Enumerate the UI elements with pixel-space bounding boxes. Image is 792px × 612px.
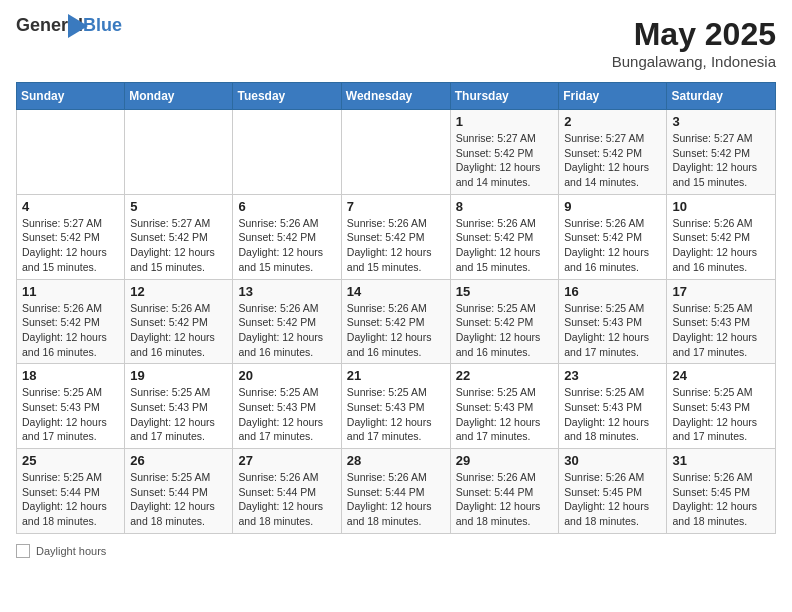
day-info: Sunrise: 5:26 AMSunset: 5:42 PMDaylight:…: [456, 216, 554, 275]
calendar-cell: 14Sunrise: 5:26 AMSunset: 5:42 PMDayligh…: [341, 279, 450, 364]
day-info: Sunrise: 5:27 AMSunset: 5:42 PMDaylight:…: [564, 131, 661, 190]
day-number: 13: [238, 284, 335, 299]
calendar-table: SundayMondayTuesdayWednesdayThursdayFrid…: [16, 82, 776, 534]
weekday-friday: Friday: [559, 83, 667, 110]
weekday-wednesday: Wednesday: [341, 83, 450, 110]
calendar-cell: 18Sunrise: 5:25 AMSunset: 5:43 PMDayligh…: [17, 364, 125, 449]
calendar-body: 1Sunrise: 5:27 AMSunset: 5:42 PMDaylight…: [17, 110, 776, 534]
day-number: 3: [672, 114, 770, 129]
day-info: Sunrise: 5:26 AMSunset: 5:42 PMDaylight:…: [238, 216, 335, 275]
calendar-cell: 8Sunrise: 5:26 AMSunset: 5:42 PMDaylight…: [450, 194, 559, 279]
calendar-cell: 13Sunrise: 5:26 AMSunset: 5:42 PMDayligh…: [233, 279, 341, 364]
calendar-cell: 1Sunrise: 5:27 AMSunset: 5:42 PMDaylight…: [450, 110, 559, 195]
day-number: 7: [347, 199, 445, 214]
calendar-week-1: 1Sunrise: 5:27 AMSunset: 5:42 PMDaylight…: [17, 110, 776, 195]
weekday-thursday: Thursday: [450, 83, 559, 110]
title-block: May 2025 Bungalawang, Indonesia: [612, 16, 776, 70]
calendar-cell: 28Sunrise: 5:26 AMSunset: 5:44 PMDayligh…: [341, 449, 450, 534]
day-info: Sunrise: 5:25 AMSunset: 5:43 PMDaylight:…: [672, 385, 770, 444]
day-number: 21: [347, 368, 445, 383]
day-number: 29: [456, 453, 554, 468]
calendar-cell: [125, 110, 233, 195]
calendar-cell: 12Sunrise: 5:26 AMSunset: 5:42 PMDayligh…: [125, 279, 233, 364]
day-info: Sunrise: 5:25 AMSunset: 5:43 PMDaylight:…: [347, 385, 445, 444]
day-number: 14: [347, 284, 445, 299]
weekday-monday: Monday: [125, 83, 233, 110]
day-number: 18: [22, 368, 119, 383]
day-info: Sunrise: 5:25 AMSunset: 5:43 PMDaylight:…: [564, 385, 661, 444]
calendar-header: SundayMondayTuesdayWednesdayThursdayFrid…: [17, 83, 776, 110]
day-info: Sunrise: 5:25 AMSunset: 5:44 PMDaylight:…: [130, 470, 227, 529]
day-number: 17: [672, 284, 770, 299]
day-info: Sunrise: 5:25 AMSunset: 5:42 PMDaylight:…: [456, 301, 554, 360]
day-info: Sunrise: 5:25 AMSunset: 5:43 PMDaylight:…: [456, 385, 554, 444]
calendar-week-2: 4Sunrise: 5:27 AMSunset: 5:42 PMDaylight…: [17, 194, 776, 279]
day-number: 16: [564, 284, 661, 299]
page-title: May 2025: [612, 16, 776, 53]
calendar-cell: 27Sunrise: 5:26 AMSunset: 5:44 PMDayligh…: [233, 449, 341, 534]
day-info: Sunrise: 5:25 AMSunset: 5:44 PMDaylight:…: [22, 470, 119, 529]
day-info: Sunrise: 5:26 AMSunset: 5:44 PMDaylight:…: [456, 470, 554, 529]
day-info: Sunrise: 5:26 AMSunset: 5:42 PMDaylight:…: [347, 216, 445, 275]
day-number: 2: [564, 114, 661, 129]
day-info: Sunrise: 5:26 AMSunset: 5:45 PMDaylight:…: [672, 470, 770, 529]
svg-marker-0: [68, 14, 88, 38]
calendar-cell: 17Sunrise: 5:25 AMSunset: 5:43 PMDayligh…: [667, 279, 776, 364]
calendar-cell: [233, 110, 341, 195]
footer: Daylight hours: [16, 544, 776, 558]
day-info: Sunrise: 5:26 AMSunset: 5:45 PMDaylight:…: [564, 470, 661, 529]
weekday-row: SundayMondayTuesdayWednesdayThursdayFrid…: [17, 83, 776, 110]
day-info: Sunrise: 5:25 AMSunset: 5:43 PMDaylight:…: [130, 385, 227, 444]
calendar-cell: [17, 110, 125, 195]
day-number: 12: [130, 284, 227, 299]
day-number: 23: [564, 368, 661, 383]
day-info: Sunrise: 5:25 AMSunset: 5:43 PMDaylight:…: [238, 385, 335, 444]
calendar-cell: 3Sunrise: 5:27 AMSunset: 5:42 PMDaylight…: [667, 110, 776, 195]
daylight-label: Daylight hours: [36, 545, 106, 557]
calendar-cell: 24Sunrise: 5:25 AMSunset: 5:43 PMDayligh…: [667, 364, 776, 449]
day-number: 11: [22, 284, 119, 299]
day-info: Sunrise: 5:27 AMSunset: 5:42 PMDaylight:…: [672, 131, 770, 190]
day-info: Sunrise: 5:26 AMSunset: 5:42 PMDaylight:…: [564, 216, 661, 275]
day-number: 28: [347, 453, 445, 468]
day-info: Sunrise: 5:27 AMSunset: 5:42 PMDaylight:…: [130, 216, 227, 275]
calendar-cell: 9Sunrise: 5:26 AMSunset: 5:42 PMDaylight…: [559, 194, 667, 279]
day-number: 22: [456, 368, 554, 383]
calendar-cell: 22Sunrise: 5:25 AMSunset: 5:43 PMDayligh…: [450, 364, 559, 449]
calendar-cell: [341, 110, 450, 195]
day-number: 5: [130, 199, 227, 214]
day-number: 9: [564, 199, 661, 214]
calendar-week-4: 18Sunrise: 5:25 AMSunset: 5:43 PMDayligh…: [17, 364, 776, 449]
day-number: 15: [456, 284, 554, 299]
day-number: 8: [456, 199, 554, 214]
day-info: Sunrise: 5:26 AMSunset: 5:44 PMDaylight:…: [238, 470, 335, 529]
calendar-cell: 5Sunrise: 5:27 AMSunset: 5:42 PMDaylight…: [125, 194, 233, 279]
calendar-cell: 29Sunrise: 5:26 AMSunset: 5:44 PMDayligh…: [450, 449, 559, 534]
day-info: Sunrise: 5:25 AMSunset: 5:43 PMDaylight:…: [672, 301, 770, 360]
day-number: 31: [672, 453, 770, 468]
day-number: 6: [238, 199, 335, 214]
day-info: Sunrise: 5:26 AMSunset: 5:42 PMDaylight:…: [347, 301, 445, 360]
calendar-cell: 4Sunrise: 5:27 AMSunset: 5:42 PMDaylight…: [17, 194, 125, 279]
day-info: Sunrise: 5:26 AMSunset: 5:42 PMDaylight:…: [672, 216, 770, 275]
page-subtitle: Bungalawang, Indonesia: [612, 53, 776, 70]
page-header: GeneralBlue May 2025 Bungalawang, Indone…: [16, 16, 776, 70]
day-number: 19: [130, 368, 227, 383]
day-info: Sunrise: 5:26 AMSunset: 5:42 PMDaylight:…: [22, 301, 119, 360]
day-number: 25: [22, 453, 119, 468]
calendar-cell: 7Sunrise: 5:26 AMSunset: 5:42 PMDaylight…: [341, 194, 450, 279]
weekday-tuesday: Tuesday: [233, 83, 341, 110]
day-info: Sunrise: 5:25 AMSunset: 5:43 PMDaylight:…: [564, 301, 661, 360]
day-info: Sunrise: 5:27 AMSunset: 5:42 PMDaylight:…: [456, 131, 554, 190]
day-number: 1: [456, 114, 554, 129]
day-number: 26: [130, 453, 227, 468]
weekday-sunday: Sunday: [17, 83, 125, 110]
calendar-cell: 6Sunrise: 5:26 AMSunset: 5:42 PMDaylight…: [233, 194, 341, 279]
calendar-cell: 15Sunrise: 5:25 AMSunset: 5:42 PMDayligh…: [450, 279, 559, 364]
logo: GeneralBlue: [16, 16, 122, 54]
calendar-week-3: 11Sunrise: 5:26 AMSunset: 5:42 PMDayligh…: [17, 279, 776, 364]
day-info: Sunrise: 5:26 AMSunset: 5:44 PMDaylight:…: [347, 470, 445, 529]
day-info: Sunrise: 5:27 AMSunset: 5:42 PMDaylight:…: [22, 216, 119, 275]
day-number: 24: [672, 368, 770, 383]
calendar-cell: 31Sunrise: 5:26 AMSunset: 5:45 PMDayligh…: [667, 449, 776, 534]
